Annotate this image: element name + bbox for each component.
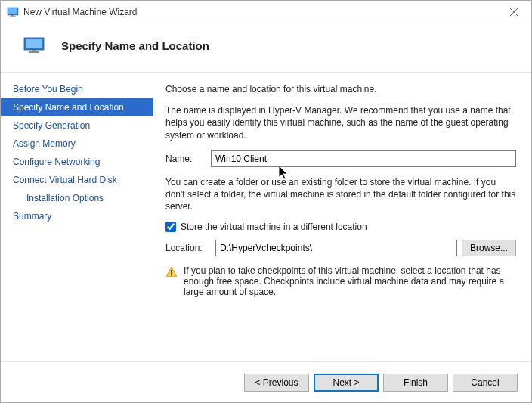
- svg-rect-1: [8, 8, 17, 14]
- step-specify-generation[interactable]: Specify Generation: [1, 116, 153, 135]
- svg-rect-11: [171, 270, 172, 274]
- step-summary[interactable]: Summary: [1, 207, 153, 225]
- next-button[interactable]: Next >: [314, 374, 379, 392]
- step-assign-memory[interactable]: Assign Memory: [1, 135, 153, 153]
- location-input[interactable]: [215, 240, 457, 256]
- browse-button[interactable]: Browse...: [462, 240, 516, 256]
- close-icon: [510, 8, 518, 16]
- folder-hint-text: You can create a folder or use an existi…: [165, 176, 516, 213]
- name-input[interactable]: [211, 150, 516, 167]
- step-before-you-begin[interactable]: Before You Begin: [1, 80, 153, 98]
- intro-text: Choose a name and location for this virt…: [165, 83, 516, 95]
- titlebar: New Virtual Machine Wizard: [1, 1, 531, 23]
- wizard-window: New Virtual Machine Wizard Specify Name …: [0, 0, 532, 403]
- page-title: Specify Name and Location: [61, 39, 209, 52]
- svg-rect-8: [32, 50, 36, 51]
- name-label: Name:: [165, 153, 211, 164]
- store-checkbox-row: Store the virtual machine in a different…: [165, 222, 516, 232]
- step-connect-vhd[interactable]: Connect Virtual Hard Disk: [1, 171, 153, 189]
- warning-text: If you plan to take checkpoints of this …: [184, 265, 516, 297]
- warning-icon: [165, 266, 178, 278]
- step-configure-networking[interactable]: Configure Networking: [1, 153, 153, 171]
- location-row: Location: Browse...: [165, 240, 516, 256]
- step-installation-options[interactable]: Installation Options: [1, 189, 153, 207]
- store-checkbox-label: Store the virtual machine in a different…: [181, 222, 367, 232]
- step-specify-name-location[interactable]: Specify Name and Location: [1, 98, 153, 116]
- close-button[interactable]: [496, 1, 531, 23]
- store-checkbox[interactable]: [165, 222, 176, 232]
- warning-row: If you plan to take checkpoints of this …: [165, 265, 516, 297]
- wizard-steps-sidebar: Before You Begin Specify Name and Locati…: [1, 73, 153, 361]
- app-icon: [7, 6, 19, 18]
- location-label: Location:: [165, 243, 211, 253]
- cancel-button[interactable]: Cancel: [453, 374, 518, 392]
- window-title: New Virtual Machine Wizard: [23, 7, 496, 17]
- svg-rect-12: [171, 274, 172, 276]
- svg-rect-3: [10, 16, 16, 17]
- name-row: Name:: [165, 150, 516, 167]
- wizard-footer: < Previous Next > Finish Cancel: [1, 361, 531, 402]
- content-area: Before You Begin Specify Name and Locati…: [1, 72, 531, 361]
- name-hint-text: The name is displayed in Hyper-V Manager…: [165, 104, 516, 141]
- main-panel: Choose a name and location for this virt…: [153, 73, 531, 361]
- svg-rect-2: [11, 15, 14, 17]
- vm-icon: [23, 37, 45, 54]
- wizard-header: Specify Name and Location: [1, 23, 531, 72]
- svg-rect-9: [29, 51, 39, 53]
- svg-rect-7: [26, 39, 42, 48]
- previous-button[interactable]: < Previous: [244, 374, 309, 392]
- finish-button[interactable]: Finish: [383, 374, 448, 392]
